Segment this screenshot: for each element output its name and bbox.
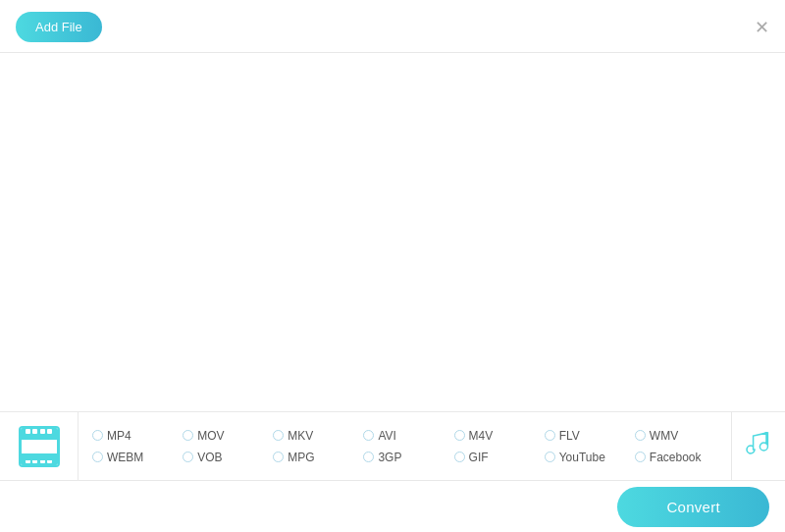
format-item-gif[interactable]: GIF (450, 448, 541, 467)
format-label-flv: FLV (559, 429, 580, 443)
header: Add File ✕ (0, 0, 785, 53)
format-item-mkv[interactable]: MKV (269, 426, 359, 446)
format-label-facebook: Facebook (650, 451, 702, 464)
format-item-wmv[interactable]: WMV (631, 426, 721, 446)
format-radio-3gp (363, 452, 374, 462)
music-note-icon (745, 428, 772, 464)
format-item-mpg[interactable]: MPG (269, 448, 359, 467)
format-label-avi: AVI (378, 429, 395, 443)
format-radio-gif (454, 452, 465, 462)
format-item-avi[interactable]: AVI (359, 426, 449, 446)
format-radio-mkv (273, 430, 284, 441)
format-item-vob[interactable]: VOB (179, 448, 269, 467)
format-label-youtube: YouTube (559, 451, 605, 464)
format-item-m4v[interactable]: M4V (450, 426, 541, 446)
format-item-mov[interactable]: MOV (179, 426, 269, 446)
convert-button[interactable]: Convert (617, 487, 769, 527)
format-label-m4v: M4V (469, 429, 494, 443)
film-icon (19, 426, 60, 467)
format-radio-avi (363, 430, 374, 441)
format-radio-vob (183, 452, 193, 462)
format-label-webm: WEBM (107, 451, 143, 464)
format-item-flv[interactable]: FLV (541, 426, 631, 446)
format-label-gif: GIF (469, 451, 489, 464)
add-file-button[interactable]: Add File (16, 12, 102, 42)
format-item-3gp[interactable]: 3GP (359, 448, 449, 467)
format-label-vob: VOB (197, 451, 222, 464)
format-label-mp4: MP4 (107, 429, 131, 443)
formats-grid: MP4 MOV MKV AVI M4V FLV (78, 418, 731, 475)
format-label-wmv: WMV (650, 429, 678, 443)
format-radio-facebook (635, 452, 646, 462)
format-radio-m4v (454, 430, 465, 441)
format-item-youtube[interactable]: YouTube (541, 448, 631, 467)
format-label-3gp: 3GP (378, 451, 401, 464)
format-radio-wmv (635, 430, 646, 441)
content-area (0, 53, 785, 367)
format-item-mp4[interactable]: MP4 (88, 426, 179, 446)
video-format-icon-box[interactable] (0, 412, 78, 481)
format-bar: MP4 MOV MKV AVI M4V FLV (0, 412, 785, 481)
format-radio-mp4 (92, 430, 103, 441)
format-radio-webm (92, 452, 103, 462)
format-radio-mov (183, 430, 193, 441)
format-label-mkv: MKV (288, 429, 313, 443)
format-radio-youtube (545, 452, 555, 462)
audio-format-icon-box[interactable] (731, 412, 785, 481)
format-item-facebook[interactable]: Facebook (631, 448, 721, 467)
format-radio-flv (545, 430, 555, 441)
bottom-panel: MP4 MOV MKV AVI M4V FLV (0, 411, 785, 532)
format-label-mov: MOV (197, 429, 224, 443)
format-label-mpg: MPG (288, 451, 314, 464)
format-item-webm[interactable]: WEBM (88, 448, 179, 467)
format-radio-mpg (273, 452, 284, 462)
close-button[interactable]: ✕ (755, 19, 769, 36)
convert-row: Convert (0, 481, 785, 532)
